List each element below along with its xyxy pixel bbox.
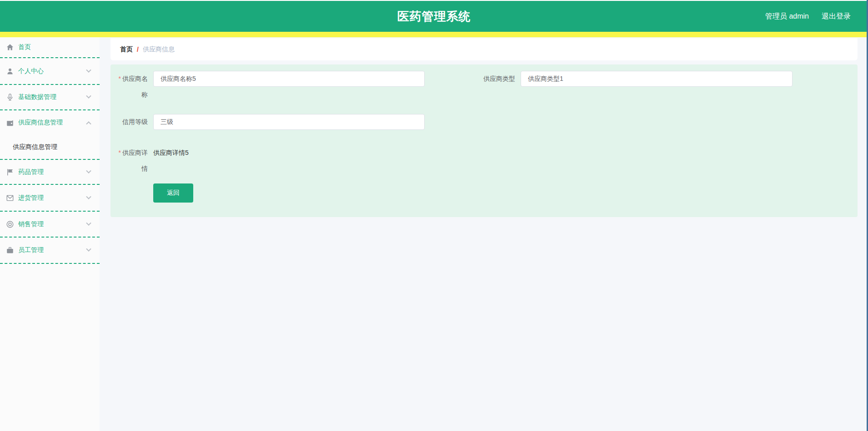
logged-in-user: 管理员 admin: [765, 12, 809, 21]
sidebar-item-label: 个人中心: [18, 67, 44, 75]
logout-link[interactable]: 退出登录: [822, 12, 851, 21]
chevron-down-icon: [86, 94, 91, 99]
sidebar-item-sales-management[interactable]: 销售管理: [0, 212, 100, 237]
home-icon: [6, 43, 14, 51]
sidebar-item-label: 进货管理: [18, 194, 44, 202]
form-item-credit-rating: 信用等级: [116, 114, 425, 130]
sidebar-item-purchase-management[interactable]: 进货管理: [0, 185, 100, 211]
sidebar-item-supplier-management[interactable]: 供应商信息管理: [0, 110, 100, 135]
supplier-name-label: *供应商名称: [116, 71, 153, 103]
chevron-down-icon: [86, 220, 91, 225]
form-item-supplier-detail: *供应商详情 供应商详情5: [116, 145, 189, 177]
sidebar-item-drug-management[interactable]: 药品管理: [0, 160, 100, 184]
credit-rating-input[interactable]: [153, 114, 425, 130]
credit-rating-label: 信用等级: [116, 114, 153, 130]
sidebar-subitem-supplier-info[interactable]: 供应商信息管理: [0, 135, 100, 159]
sidebar-item-label: 供应商信息管理: [18, 119, 63, 127]
sidebar-item-home[interactable]: 首页: [0, 37, 100, 57]
user-icon: [6, 67, 14, 75]
supplier-detail-value: 供应商详情5: [153, 145, 189, 161]
supplier-detail-label: *供应商详情: [116, 145, 153, 177]
required-asterisk: *: [119, 149, 121, 156]
required-asterisk: *: [119, 75, 121, 82]
sidebar-item-label: 销售管理: [18, 220, 44, 228]
sidebar-item-label: 员工管理: [18, 246, 44, 254]
chevron-up-icon: [86, 121, 91, 126]
supplier-type-input[interactable]: [521, 71, 793, 87]
app-header: 医药管理系统 管理员 admin 退出登录: [0, 1, 868, 32]
sidebar-divider: [0, 263, 100, 264]
suitcase-icon: [6, 246, 14, 254]
mail-icon: [6, 194, 14, 202]
chevron-down-icon: [86, 247, 91, 252]
breadcrumb-separator: /: [137, 46, 139, 53]
wallet-icon: [6, 119, 14, 127]
supplier-name-input[interactable]: [153, 71, 425, 87]
supplier-type-label: 供应商类型: [483, 71, 521, 87]
chevron-down-icon: [86, 67, 91, 72]
supplier-detail-form: *供应商名称 供应商类型 信用等级 *供应商详情 供应商详情5: [110, 64, 858, 217]
form-item-supplier-type: 供应商类型: [483, 71, 793, 103]
sidebar-item-label: 药品管理: [18, 168, 44, 176]
header-accent-bar: [0, 32, 868, 37]
chevron-down-icon: [86, 168, 91, 173]
breadcrumb-current: 供应商信息: [143, 45, 175, 54]
breadcrumb-home-link[interactable]: 首页: [120, 45, 133, 54]
sidebar-item-label: 基础数据管理: [18, 93, 56, 101]
sidebar-item-employee-management[interactable]: 员工管理: [0, 238, 100, 263]
header-right-area: 管理员 admin 退出登录: [765, 1, 851, 32]
sidebar-item-base-data[interactable]: 基础数据管理: [0, 85, 100, 109]
target-icon: [6, 220, 14, 228]
chevron-down-icon: [86, 194, 91, 199]
breadcrumb: 首页 / 供应商信息: [110, 38, 858, 60]
form-item-supplier-name: *供应商名称: [116, 71, 425, 103]
sidebar: 首页 个人中心 基础数据管理 供应商信息管理 供应商信息: [0, 37, 100, 431]
microphone-icon: [6, 93, 14, 101]
sidebar-item-label: 首页: [18, 43, 31, 51]
sidebar-item-personal-center[interactable]: 个人中心: [0, 58, 100, 84]
sidebar-subitem-label: 供应商信息管理: [13, 143, 57, 151]
back-button[interactable]: 返回: [153, 183, 193, 203]
app-title: 医药管理系统: [397, 9, 471, 25]
main-content: 首页 / 供应商信息 *供应商名称 供应商类型 信用等级: [100, 37, 868, 431]
flag-icon: [6, 168, 14, 176]
